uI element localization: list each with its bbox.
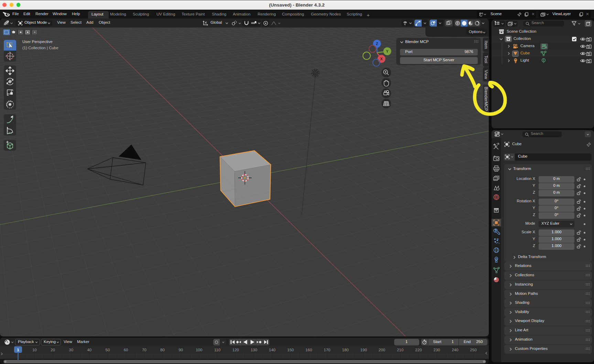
svg-text:240: 240 — [452, 348, 458, 352]
svg-text:50: 50 — [106, 348, 110, 352]
svg-text:210: 210 — [397, 348, 403, 352]
svg-text:120: 120 — [233, 348, 239, 352]
svg-text:60: 60 — [124, 348, 128, 352]
svg-text:30: 30 — [69, 348, 73, 352]
svg-text:100: 100 — [196, 348, 202, 352]
svg-text:130: 130 — [251, 348, 257, 352]
svg-text:90: 90 — [179, 348, 183, 352]
svg-text:230: 230 — [433, 348, 440, 352]
svg-text:180: 180 — [342, 348, 349, 352]
svg-text:150: 150 — [287, 348, 294, 352]
svg-text:220: 220 — [415, 348, 422, 352]
svg-text:250: 250 — [470, 348, 477, 352]
svg-text:Z: Z — [376, 42, 378, 46]
svg-text:1: 1 — [17, 348, 19, 352]
svg-text:20: 20 — [51, 348, 55, 352]
svg-text:Y: Y — [386, 49, 389, 53]
svg-text:40: 40 — [87, 348, 91, 352]
svg-text:10: 10 — [32, 348, 37, 352]
svg-text:140: 140 — [269, 348, 276, 352]
svg-text:70: 70 — [142, 348, 147, 352]
svg-text:190: 190 — [360, 348, 367, 352]
svg-text:170: 170 — [324, 348, 330, 352]
svg-text:110: 110 — [214, 348, 220, 352]
svg-text:X: X — [380, 57, 383, 61]
svg-text:80: 80 — [160, 348, 165, 352]
svg-text:200: 200 — [379, 348, 385, 352]
svg-text:160: 160 — [305, 348, 312, 352]
